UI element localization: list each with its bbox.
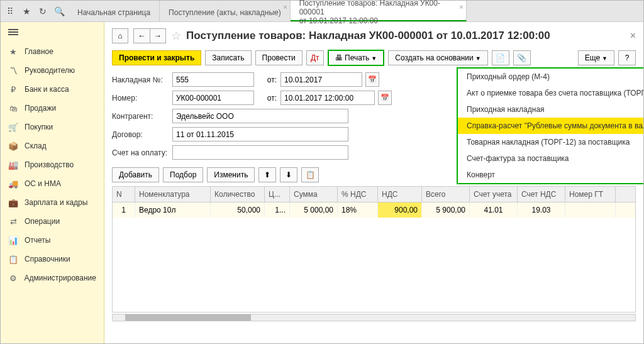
number-input[interactable] <box>172 91 254 105</box>
sidebar-item-operations[interactable]: ⇄Операции <box>1 212 104 231</box>
from-label: от: <box>260 75 277 84</box>
star-icon[interactable]: ★ <box>21 6 32 17</box>
sidebar-item-reports[interactable]: 📊Отчеты <box>1 231 104 250</box>
sidebar-item-manager[interactable]: 〽Руководителю <box>1 61 104 80</box>
tab-home[interactable]: Начальная страница <box>69 1 160 21</box>
dd-item-m4[interactable]: Приходный ордер (М-4) <box>458 69 643 85</box>
main: ★Главное 〽Руководителю ₽Банк и касса 🛍Пр… <box>1 22 643 343</box>
page-title: Поступление товаров: Накладная УК00-0000… <box>186 30 625 42</box>
sidebar-item-main[interactable]: ★Главное <box>1 42 104 61</box>
col-sum[interactable]: Сумма <box>290 187 338 202</box>
col-price[interactable]: Ц... <box>265 187 290 202</box>
tabs: Начальная страница Поступление (акты, на… <box>69 1 643 21</box>
calendar-icon[interactable]: 📅 <box>378 91 392 105</box>
dd-item-currency[interactable]: Справка-расчет "Рублевые суммы документа… <box>458 118 643 134</box>
grid-header: N Номенклатура Количество Ц... Сумма % Н… <box>113 187 635 203</box>
col-vat-account[interactable]: Счет НДС <box>518 187 565 202</box>
move-up-button[interactable]: ⬆ <box>258 167 276 182</box>
bag-icon: 🛍 <box>8 103 18 113</box>
sidebar-item-assets[interactable]: 🚚ОС и НМА <box>1 174 104 193</box>
invoice-date[interactable] <box>280 72 362 87</box>
sidebar-item-label: Администрирование <box>25 274 96 282</box>
calendar-icon[interactable]: 📅 <box>365 72 379 87</box>
move-down-button[interactable]: ⬇ <box>280 167 297 182</box>
dd-item-receipt[interactable]: Приходная накладная <box>458 101 643 118</box>
cell-vat-account: 19.03 <box>518 203 565 218</box>
dd-item-torg12[interactable]: Товарная накладная (ТОРГ-12) за поставщи… <box>458 134 643 150</box>
dt-kt-button[interactable]: Дт <box>306 50 324 65</box>
sidebar-item-admin[interactable]: ⚙Администрирование <box>1 269 104 287</box>
contract-input[interactable] <box>172 127 348 141</box>
post-close-button[interactable]: Провести и закрыть <box>112 50 201 65</box>
save-button[interactable]: Записать <box>205 50 251 65</box>
horizontal-scrollbar[interactable] <box>112 314 636 321</box>
dd-item-invoice[interactable]: Счет-фактура за поставщика <box>458 150 643 167</box>
col-total[interactable]: Всего <box>422 187 470 202</box>
report-icon: 📊 <box>8 235 18 245</box>
sidebar-item-label: Зарплата и кадры <box>25 198 87 207</box>
col-qty[interactable]: Количество <box>211 187 265 202</box>
print-dropdown: Приходный ордер (М-4) Акт о приемке това… <box>457 67 643 184</box>
create-based-button[interactable]: Создать на основании▼ <box>388 50 487 65</box>
col-vat-pct[interactable]: % НДС <box>338 187 378 202</box>
tab-receipts[interactable]: Поступление (акты, накладные) × <box>160 1 291 21</box>
cell-nom: Ведро 10л <box>135 203 211 218</box>
sidebar-item-production[interactable]: 🏭Производство <box>1 155 104 174</box>
more-button[interactable]: Еще▼ <box>578 50 614 65</box>
sidebar-item-label: Главное <box>25 47 53 56</box>
dd-item-envelope[interactable]: Конверт <box>458 167 643 183</box>
grid-empty <box>113 218 635 312</box>
sidebar-item-label: Банк и касса <box>25 85 69 94</box>
table-row[interactable]: 1 Ведро 10л 50,000 1... 5 000,00 18% 900… <box>113 203 635 218</box>
col-n[interactable]: N <box>113 187 135 202</box>
menu-icon[interactable] <box>1 22 104 42</box>
sidebar-item-payroll[interactable]: 💼Зарплата и кадры <box>1 193 104 212</box>
tab-document[interactable]: Поступление товаров: Накладная УК00-0000… <box>291 1 467 21</box>
post-button[interactable]: Провести <box>255 50 303 65</box>
invoice-input[interactable] <box>172 72 254 87</box>
factory-icon: 🏭 <box>8 160 18 170</box>
apps-icon[interactable]: ⠿ <box>4 6 16 17</box>
sidebar-item-purchases[interactable]: 🛒Покупки <box>1 118 104 136</box>
home-button[interactable]: ⌂ <box>112 28 128 43</box>
attach-button[interactable]: 📎 <box>513 50 531 65</box>
back-button[interactable]: ← <box>133 28 150 43</box>
close-icon[interactable]: × <box>630 30 636 42</box>
cell-n: 1 <box>113 203 135 218</box>
select-button[interactable]: Подбор <box>163 167 203 182</box>
workarea: ⌂ ← → ☆ Поступление товаров: Накладная У… <box>104 22 643 343</box>
scrollbar-thumb[interactable] <box>125 314 251 321</box>
sidebar-item-bank[interactable]: ₽Банк и касса <box>1 80 104 99</box>
col-gtd[interactable]: Номер ГТ <box>565 187 616 202</box>
add-button[interactable]: Добавить <box>112 167 159 182</box>
number-date[interactable] <box>280 91 375 105</box>
search-icon[interactable]: 🔍 <box>53 6 65 17</box>
forward-button[interactable]: → <box>150 28 166 43</box>
sidebar-item-warehouse[interactable]: 📦Склад <box>1 136 104 155</box>
close-icon[interactable]: × <box>459 3 463 11</box>
files-button[interactable]: 📄 <box>492 50 509 65</box>
print-button[interactable]: 🖶 Печать▼ <box>328 50 385 66</box>
invoice-pay-input[interactable] <box>172 145 348 160</box>
tab-label: Поступление (акты, накладные) <box>169 8 281 17</box>
sidebar-item-catalogs[interactable]: 📋Справочники <box>1 250 104 269</box>
copy-button[interactable]: 📋 <box>301 167 319 182</box>
col-account[interactable]: Счет учета <box>470 187 518 202</box>
help-button[interactable]: ? <box>618 50 636 65</box>
edit-button[interactable]: Изменить <box>207 167 255 182</box>
sidebar-item-sales[interactable]: 🛍Продажи <box>1 99 104 118</box>
sidebar-item-label: Операции <box>25 217 60 226</box>
ops-icon: ⇄ <box>8 216 18 226</box>
counterparty-input[interactable] <box>172 109 348 123</box>
truck-icon: 🚚 <box>8 179 18 189</box>
col-vat[interactable]: НДС <box>378 187 422 202</box>
favorite-icon[interactable]: ☆ <box>171 29 181 43</box>
dd-item-torg4[interactable]: Акт о приемке товара без счета поставщик… <box>458 85 643 101</box>
col-nom[interactable]: Номенклатура <box>135 187 211 202</box>
history-icon[interactable]: ↻ <box>37 6 48 17</box>
more-label: Еще <box>585 53 600 62</box>
close-icon[interactable]: × <box>283 3 287 11</box>
from-label: от: <box>260 94 277 103</box>
sidebar-item-label: Отчеты <box>25 236 50 245</box>
sidebar-item-label: ОС и НМА <box>25 179 61 188</box>
